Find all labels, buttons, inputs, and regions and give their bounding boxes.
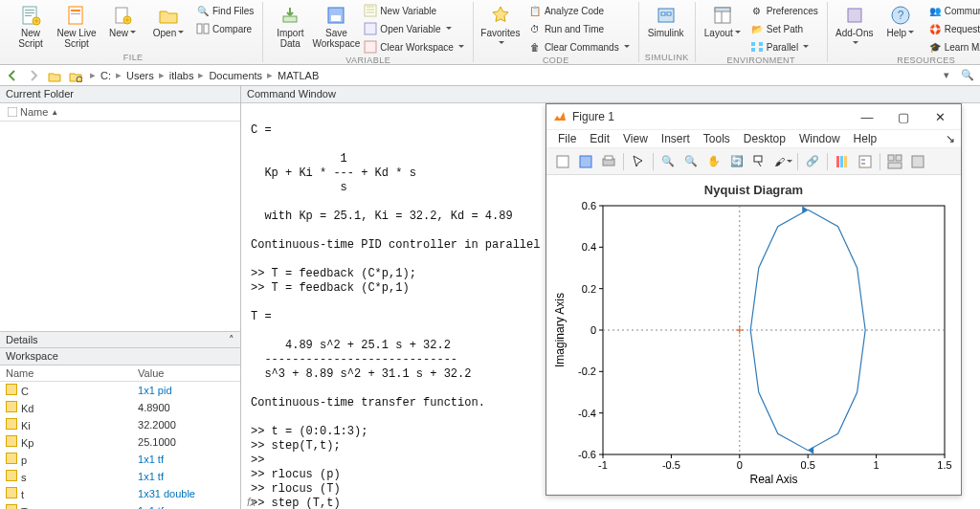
group-label: FILE [10,53,256,62]
nyquist-plot[interactable]: -1-0.500.511.5-0.6-0.4-0.200.20.40.6Real… [550,201,959,488]
workspace-table[interactable]: Name Value C1x1 pidKd4.8900Ki32.2000Kp25… [0,365,240,509]
workspace-row[interactable]: Kd4.8900 [0,399,240,416]
figure-menu-tools[interactable]: Tools [698,131,736,146]
figure-title: Figure 1 [572,110,614,123]
label: New Script [10,28,52,49]
browse-button[interactable] [67,68,84,83]
path-breadcrumb[interactable]: ▸ C: ▸ Users ▸ itlabs ▸ Documents ▸ MATL… [88,69,934,81]
label: Help [886,28,914,38]
new-script-button[interactable]: New Script [10,2,52,49]
zoom-out-button[interactable]: 🔍 [680,151,702,172]
save-figure-button[interactable] [575,151,596,172]
gear-icon: ⚙ [750,4,764,17]
forward-button[interactable] [25,68,42,83]
new-button[interactable]: New [101,2,144,38]
clear-commands-button[interactable]: 🗑Clear Commands [525,38,633,55]
request-support-button[interactable]: 🛟Request Support [925,20,980,37]
figure-menu-edit[interactable]: Edit [584,131,615,146]
restore-arrow-icon[interactable]: ↘ [946,132,955,145]
figure-titlebar[interactable]: Figure 1 — ▢ ✕ [546,104,961,129]
workspace-row[interactable]: Kp25.1000 [0,433,240,451]
figure-menu-insert[interactable]: Insert [656,131,696,146]
community-button[interactable]: 👥Community [925,2,980,19]
cf-column-header[interactable]: Name ▲ [0,103,240,122]
svg-rect-18 [658,9,674,22]
figure-toolbar: 🔍 🔍 ✋ 🔄 🖌 🔗 [546,148,961,175]
new-variable-button[interactable]: New Variable [361,2,467,19]
crumb-user[interactable]: itlabs [167,70,197,81]
rotate-button[interactable]: 🔄 [726,151,747,172]
new-livescript-button[interactable]: New Live Script [56,2,98,49]
maximize-button[interactable]: ▢ [888,106,919,127]
pointer-button[interactable] [628,151,649,172]
parallel-button[interactable]: Parallel [747,38,821,55]
learn-matlab-button[interactable]: 🎓Learn MATLAB [925,38,980,55]
analyze-code-button[interactable]: 📋Analyze Code [525,2,633,19]
panel-title-commandwindow[interactable]: Command Window [241,86,980,103]
crumb-users[interactable]: Users [123,70,157,81]
toolstrip: New Script New Live Script New Open 🔍Fin… [0,0,980,65]
favorites-button[interactable]: Favorites [479,2,522,49]
simulink-button[interactable]: Simulink [645,2,687,38]
panel-title-details[interactable]: Details ˄ [0,331,240,348]
figure-window[interactable]: Figure 1 — ▢ ✕ FileEditViewInsertToolsDe… [546,103,962,496]
crumb-drive[interactable]: C: [98,70,114,81]
group-label: SIMULINK [645,53,689,62]
workspace-row[interactable]: t1x31 double [0,485,240,502]
save-workspace-button[interactable]: Save Workspace [315,2,357,49]
workspace-row[interactable]: C1x1 pid [0,382,240,400]
compare-button[interactable]: Compare [193,20,256,37]
pan-button[interactable]: ✋ [703,151,724,172]
run-time-button[interactable]: ⏱Run and Time [525,20,633,37]
print-button[interactable] [598,151,619,172]
zoom-in-button[interactable]: 🔍 [657,151,679,172]
clear-workspace-button[interactable]: Clear Workspace [361,38,467,55]
address-bar: ▸ C: ▸ Users ▸ itlabs ▸ Documents ▸ MATL… [0,65,980,86]
search-button[interactable]: 🔍 [959,68,976,83]
import-data-button[interactable]: Import Data [269,2,311,49]
path-dropdown-button[interactable]: ▾ [938,68,955,83]
preferences-button[interactable]: ⚙Preferences [747,2,821,19]
svg-rect-2 [25,12,34,13]
group-label: RESOURCES [834,55,980,65]
brush-button[interactable]: 🖌 [772,151,793,172]
new-figure-button[interactable] [552,151,573,172]
workspace-row[interactable]: T1x1 tf [0,502,240,509]
ws-header-value[interactable]: Value [132,365,240,382]
legend-button[interactable] [855,151,876,172]
figure-menu-view[interactable]: View [617,131,654,146]
help-button[interactable]: ? Help [880,2,922,38]
find-files-button[interactable]: 🔍Find Files [193,2,256,19]
fx-prompt[interactable]: fx [241,496,261,509]
figure-axes[interactable]: Nyquist Diagram -1-0.500.511.5-0.6-0.4-0… [546,175,961,495]
close-button[interactable]: ✕ [924,106,955,127]
figure-menu-file[interactable]: File [552,131,582,146]
data-cursor-button[interactable] [749,151,770,172]
svg-rect-10 [197,24,202,33]
ws-header-name[interactable]: Name [0,365,132,382]
colorbar-button[interactable] [832,151,853,172]
plot-tools-button[interactable] [884,151,905,172]
figure-menu-window[interactable]: Window [793,131,846,146]
figure-menu-help[interactable]: Help [848,131,883,146]
open-variable-button[interactable]: Open Variable [361,20,467,37]
workspace-row[interactable]: Ki32.2000 [0,416,240,433]
up-folder-button[interactable] [46,68,63,83]
addons-button[interactable]: Add-Ons [834,2,876,49]
workspace-row[interactable]: p1x1 tf [0,451,240,468]
hide-tools-button[interactable] [907,151,928,172]
current-folder-list[interactable] [0,122,240,331]
svg-rect-26 [759,42,763,46]
workspace-row[interactable]: s1x1 tf [0,468,240,485]
layout-button[interactable]: Layout [702,2,744,38]
panel-title-workspace[interactable]: Workspace [0,348,240,365]
crumb-matlab[interactable]: MATLAB [275,70,322,81]
figure-menu-desktop[interactable]: Desktop [738,131,791,146]
back-button[interactable] [4,68,21,83]
set-path-button[interactable]: 📂Set Path [747,20,821,37]
link-button[interactable]: 🔗 [802,151,823,172]
crumb-documents[interactable]: Documents [206,70,265,81]
open-button[interactable]: Open [147,2,189,38]
minimize-button[interactable]: — [852,106,882,127]
panel-title-currentfolder[interactable]: Current Folder [0,86,240,103]
